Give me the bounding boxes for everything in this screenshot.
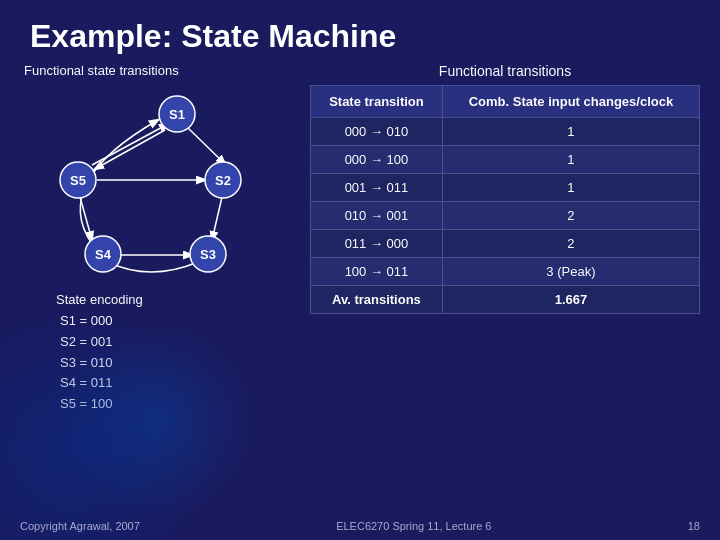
transition-cell: 010 → 001: [311, 202, 443, 230]
footer-right: 18: [688, 520, 700, 532]
svg-text:S5: S5: [70, 173, 86, 188]
left-panel: Functional state transitions: [20, 63, 300, 415]
av-label: Av. transitions: [311, 286, 443, 314]
svg-line-2: [188, 128, 225, 164]
transitions-table: State transition Comb. State input chang…: [310, 85, 700, 314]
functional-state-label: Functional state transitions: [20, 63, 300, 78]
value-cell: 3 (Peak): [442, 258, 699, 286]
transition-cell: 000 → 010: [311, 118, 443, 146]
state-diagram-svg: S1 S5 S2 S4 S3: [20, 82, 280, 292]
encoding-s4: S4 = 011: [60, 373, 300, 394]
transition-cell: 011 → 000: [311, 230, 443, 258]
value-cell: 2: [442, 230, 699, 258]
av-value: 1.667: [442, 286, 699, 314]
table-row: 010 → 0012: [311, 202, 700, 230]
encoding-lines: S1 = 000 S2 = 001 S3 = 010 S4 = 011 S5 =…: [20, 311, 300, 415]
svg-line-1: [92, 124, 168, 165]
footer: Copyright Agrawal, 2007 ELEC6270 Spring …: [0, 520, 720, 532]
footer-center: ELEC6270 Spring 11, Lecture 6: [336, 520, 491, 532]
encoding-title: State encoding: [20, 292, 300, 307]
transition-cell: 001 → 011: [311, 174, 443, 202]
footer-left: Copyright Agrawal, 2007: [20, 520, 140, 532]
value-cell: 1: [442, 118, 699, 146]
svg-text:S1: S1: [169, 107, 185, 122]
functional-transitions-label: Functional transitions: [310, 63, 700, 79]
encoding-s1: S1 = 000: [60, 311, 300, 332]
value-cell: 1: [442, 146, 699, 174]
encoding-s5: S5 = 100: [60, 394, 300, 415]
value-cell: 2: [442, 202, 699, 230]
table-body: 000 → 0101000 → 1001001 → 0111010 → 0012…: [311, 118, 700, 314]
right-panel: Functional transitions State transition …: [310, 63, 700, 415]
av-transitions-row: Av. transitions1.667: [311, 286, 700, 314]
table-row: 000 → 1001: [311, 146, 700, 174]
table-row: 100 → 0113 (Peak): [311, 258, 700, 286]
page-title: Example: State Machine: [0, 0, 720, 63]
transition-cell: 000 → 100: [311, 146, 443, 174]
svg-text:S3: S3: [200, 247, 216, 262]
state-encoding: State encoding S1 = 000 S2 = 001 S3 = 01…: [20, 292, 300, 415]
state-diagram: S1 S5 S2 S4 S3: [20, 82, 280, 292]
encoding-s3: S3 = 010: [60, 353, 300, 374]
col2-header: Comb. State input changes/clock: [442, 86, 699, 118]
table-row: 000 → 0101: [311, 118, 700, 146]
value-cell: 1: [442, 174, 699, 202]
svg-line-0: [95, 130, 165, 169]
col1-header: State transition: [311, 86, 443, 118]
table-row: 011 → 0002: [311, 230, 700, 258]
encoding-s2: S2 = 001: [60, 332, 300, 353]
table-row: 001 → 0111: [311, 174, 700, 202]
svg-text:S2: S2: [215, 173, 231, 188]
svg-text:S4: S4: [95, 247, 112, 262]
svg-line-5: [212, 197, 222, 240]
transition-cell: 100 → 011: [311, 258, 443, 286]
table-header-row: State transition Comb. State input chang…: [311, 86, 700, 118]
